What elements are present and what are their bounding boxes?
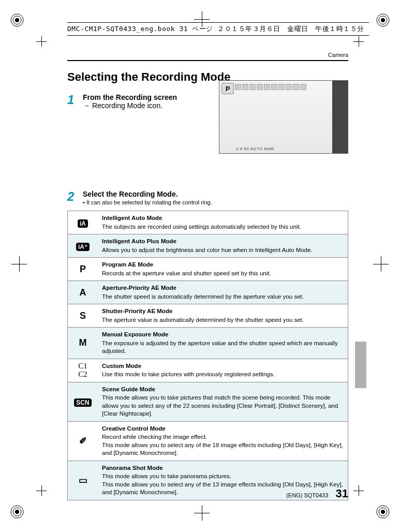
table-row: AAperture-Priority AE ModeThe shutter sp… bbox=[68, 281, 348, 304]
section-label: Camera bbox=[67, 52, 348, 60]
mode-title: Program AE Mode bbox=[102, 261, 344, 269]
registration-mark-icon bbox=[9, 12, 25, 28]
mode-title: Intelligent Auto Mode bbox=[102, 214, 344, 223]
mode-description: Custom ModeUse this mode to take picture… bbox=[98, 359, 348, 382]
mode-title: Manual Exposure Mode bbox=[102, 331, 344, 339]
mode-title: Intelligent Auto Plus Mode bbox=[102, 238, 344, 246]
svg-point-2 bbox=[15, 18, 19, 22]
mode-desc-text: Use this mode to take pictures with prev… bbox=[102, 371, 275, 377]
cross-mark-icon bbox=[373, 256, 389, 272]
mode-desc-text: The aperture value is automatically dete… bbox=[102, 317, 304, 323]
mode-description: Shutter-Priority AE ModeThe aperture val… bbox=[98, 304, 348, 328]
registration-mark-icon bbox=[375, 12, 391, 28]
page-content: Camera Selecting the Recording Mode 1 Fr… bbox=[67, 52, 348, 500]
mode-description: Intelligent Auto Plus ModeAllows you to … bbox=[98, 234, 348, 258]
table-row: PProgram AE ModeRecords at the aperture … bbox=[68, 258, 348, 281]
svg-point-5 bbox=[381, 18, 385, 22]
mode-icon: S bbox=[68, 304, 98, 328]
mode-title: Aperture-Priority AE Mode bbox=[102, 284, 344, 292]
svg-point-11 bbox=[381, 510, 385, 514]
registration-mark-icon bbox=[9, 504, 25, 520]
mode-icon: A bbox=[68, 281, 98, 304]
mode-title: Creative Control Mode bbox=[102, 425, 344, 433]
mode-title: Scene Guide Mode bbox=[102, 386, 344, 394]
mode-icon: iA⁺ bbox=[68, 234, 98, 258]
table-row: ✐Creative Control ModeRecord while check… bbox=[68, 421, 348, 461]
cross-mark-icon bbox=[11, 256, 27, 272]
mode-icon: iA bbox=[68, 211, 98, 234]
table-row: MManual Exposure ModeThe exposure is adj… bbox=[68, 328, 348, 359]
doc-id: (ENG) SQT0433 bbox=[286, 492, 328, 498]
table-row: SCNScene Guide ModeThis mode allows you … bbox=[68, 382, 348, 421]
step-1-line1: From the Recording screen bbox=[83, 93, 177, 101]
mode-desc-text: This mode allows you to take pictures th… bbox=[102, 394, 338, 417]
mode-title: Panorama Shot Mode bbox=[102, 464, 344, 472]
cross-mark-icon bbox=[194, 505, 210, 521]
table-row: iAIntelligent Auto ModeThe subjects are … bbox=[68, 211, 348, 234]
mode-description: Aperture-Priority AE ModeThe shutter spe… bbox=[98, 281, 348, 304]
mode-p-icon: P bbox=[221, 83, 234, 94]
mode-desc-text: Record while checking the image effect.T… bbox=[102, 434, 343, 456]
mode-icon: P bbox=[68, 258, 98, 281]
exposure-readout: 2.8 60 AUTO AWB bbox=[236, 146, 274, 151]
mode-desc-text: Allows you to adjust the brightness and … bbox=[102, 247, 313, 253]
table-row: SShutter-Priority AE ModeThe aperture va… bbox=[68, 304, 348, 328]
mode-icon: ✐ bbox=[68, 421, 98, 461]
mode-description: Program AE ModeRecords at the aperture v… bbox=[98, 258, 348, 281]
page-footer: (ENG) SQT0433 31 bbox=[286, 487, 348, 500]
mode-title: Shutter-Priority AE Mode bbox=[102, 307, 344, 316]
step-number: 1 bbox=[67, 93, 83, 110]
mode-icon: SCN bbox=[68, 382, 98, 421]
top-rule bbox=[67, 60, 348, 61]
step-2: 2 Select the Recording Mode. It can also… bbox=[67, 190, 348, 205]
mode-desc-text: Records at the aperture value and shutte… bbox=[102, 270, 271, 276]
svg-point-8 bbox=[15, 510, 19, 514]
right-control-strip bbox=[332, 81, 348, 153]
crop-mark-icon bbox=[36, 36, 47, 47]
crop-mark-icon bbox=[36, 485, 47, 496]
mode-title: Custom Mode bbox=[102, 362, 344, 371]
crop-mark-icon bbox=[353, 36, 364, 47]
mode-icon: ▭ bbox=[68, 461, 98, 500]
crop-mark-icon bbox=[353, 485, 364, 496]
step-number: 2 bbox=[67, 190, 83, 205]
step-2-note: It can also be selected by rotating the … bbox=[83, 199, 348, 205]
top-icon-row bbox=[235, 84, 330, 90]
registration-mark-icon bbox=[375, 504, 391, 520]
camera-screen-illustration: P 2.8 60 AUTO AWB bbox=[219, 80, 348, 154]
print-header: DMC-CM1P-SQT0433_eng.book 31 ページ ２０１５年３月… bbox=[67, 21, 369, 37]
step-2-text: Select the Recording Mode. bbox=[83, 190, 178, 198]
mode-description: Intelligent Auto ModeThe subjects are re… bbox=[98, 211, 348, 234]
table-row: C1C2Custom ModeUse this mode to take pic… bbox=[68, 359, 348, 382]
recording-modes-table: iAIntelligent Auto ModeThe subjects are … bbox=[67, 211, 348, 500]
mode-desc-text: The shutter speed is automatically deter… bbox=[102, 293, 304, 300]
side-tab bbox=[355, 342, 366, 388]
mode-icon: C1C2 bbox=[68, 359, 98, 382]
page-number: 31 bbox=[336, 487, 348, 500]
table-row: iA⁺Intelligent Auto Plus ModeAllows you … bbox=[68, 234, 348, 258]
mode-description: Scene Guide ModeThis mode allows you to … bbox=[98, 382, 348, 421]
mode-desc-text: The exposure is adjusted by the aperture… bbox=[102, 340, 338, 354]
mode-description: Creative Control ModeRecord while checki… bbox=[98, 421, 348, 461]
mode-description: Manual Exposure ModeThe exposure is adju… bbox=[98, 328, 348, 359]
step-1-line2: → Recording Mode icon. bbox=[83, 101, 162, 110]
mode-desc-text: The subjects are recorded using settings… bbox=[102, 224, 301, 230]
print-header-text: DMC-CM1P-SQT0433_eng.book 31 ページ ２０１５年３月… bbox=[67, 25, 364, 33]
mode-icon: M bbox=[68, 328, 98, 359]
